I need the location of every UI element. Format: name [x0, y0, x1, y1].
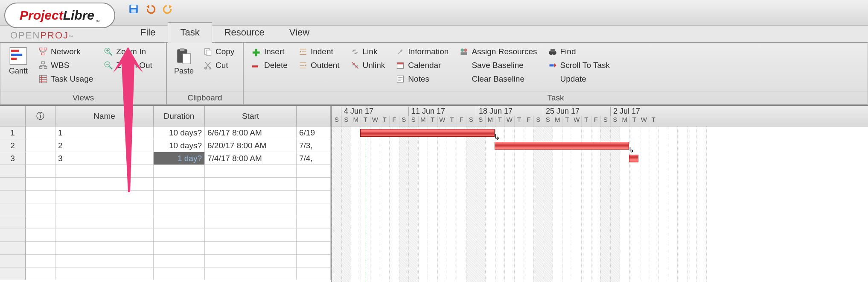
network-button[interactable]: Network	[37, 46, 95, 57]
menu-view[interactable]: View	[277, 22, 322, 43]
cell[interactable]	[26, 242, 55, 254]
cell[interactable]	[0, 242, 26, 254]
cell[interactable]	[55, 178, 154, 190]
cell[interactable]	[297, 242, 331, 254]
undo-icon[interactable]	[145, 3, 156, 15]
table-row[interactable]	[0, 191, 331, 203]
cell[interactable]	[55, 165, 154, 177]
col-start[interactable]: Start	[205, 106, 297, 126]
cell[interactable]	[205, 178, 297, 190]
link-button[interactable]: Link	[349, 46, 387, 57]
cell[interactable]	[297, 165, 331, 177]
cell[interactable]	[154, 229, 205, 241]
cell[interactable]	[26, 165, 55, 177]
table-row[interactable]	[0, 255, 331, 267]
cell[interactable]	[0, 203, 26, 216]
cell[interactable]	[26, 267, 55, 280]
menu-file[interactable]: File	[128, 22, 168, 43]
cell[interactable]	[154, 203, 205, 216]
cell[interactable]	[297, 255, 331, 267]
cell[interactable]	[297, 229, 331, 241]
zoom-in-button[interactable]: Zoom In	[102, 46, 154, 57]
cell[interactable]: 6/20/17 8:00 AM	[205, 139, 297, 152]
cell[interactable]	[205, 165, 297, 177]
cell[interactable]	[26, 191, 55, 203]
wbs-button[interactable]: WBS	[37, 60, 95, 71]
cell[interactable]	[154, 216, 205, 229]
cell[interactable]	[26, 203, 55, 216]
cell[interactable]: 10 days?	[154, 126, 205, 139]
table-row[interactable]	[0, 203, 331, 216]
cell[interactable]: 10 days?	[154, 139, 205, 152]
table-row[interactable]: 331 day?7/4/17 8:00 AM7/4,	[0, 152, 331, 165]
col-finish[interactable]	[297, 106, 331, 126]
calendar-button[interactable]: Calendar	[394, 60, 450, 71]
cell[interactable]	[205, 242, 297, 254]
zoom-out-button[interactable]: Zoom Out	[102, 60, 154, 71]
cell[interactable]	[26, 126, 55, 139]
notes-button[interactable]: Notes	[394, 73, 450, 85]
cell[interactable]	[297, 191, 331, 203]
col-indicator[interactable]: ⓘ	[26, 106, 55, 126]
cell[interactable]	[26, 139, 55, 152]
cell[interactable]	[205, 216, 297, 229]
table-row[interactable]	[0, 229, 331, 242]
cell[interactable]	[55, 216, 154, 229]
cell[interactable]	[0, 229, 26, 241]
cell[interactable]	[26, 178, 55, 190]
table-row[interactable]	[0, 178, 331, 191]
insert-button[interactable]: ✚Insert	[250, 46, 289, 57]
cell[interactable]: 6/6/17 8:00 AM	[205, 126, 297, 139]
menu-resource[interactable]: Resource	[212, 22, 277, 43]
cell[interactable]: 2	[55, 139, 154, 152]
cell[interactable]: 3	[0, 152, 26, 164]
cell[interactable]: 7/4,	[297, 152, 331, 164]
cell[interactable]	[154, 191, 205, 203]
cell[interactable]	[205, 267, 297, 280]
table-row[interactable]: 2210 days?6/20/17 8:00 AM7/3,	[0, 139, 331, 152]
save-icon[interactable]	[128, 3, 139, 15]
cell[interactable]	[55, 229, 154, 241]
task-usage-button[interactable]: Task Usage	[37, 73, 95, 85]
task-grid[interactable]: ⓘ Name Duration Start 1110 days?6/6/17 8…	[0, 105, 331, 282]
col-index[interactable]	[0, 106, 26, 126]
cell[interactable]	[0, 255, 26, 267]
clear-baseline-button[interactable]: Clear Baseline	[458, 73, 539, 85]
information-button[interactable]: Information	[394, 46, 450, 57]
cell[interactable]: 1	[0, 126, 26, 139]
cell[interactable]	[205, 191, 297, 203]
indent-button[interactable]: Indent	[297, 46, 341, 57]
table-row[interactable]	[0, 216, 331, 229]
cell[interactable]	[154, 242, 205, 254]
cell[interactable]	[297, 267, 331, 280]
outdent-button[interactable]: Outdent	[297, 60, 341, 71]
redo-icon[interactable]	[162, 3, 173, 15]
cell[interactable]	[297, 203, 331, 216]
cell[interactable]	[55, 191, 154, 203]
cell[interactable]	[0, 191, 26, 203]
gantt-button[interactable]: Gantt	[5, 45, 32, 88]
cell[interactable]	[205, 229, 297, 241]
update-button[interactable]: Update	[547, 73, 612, 85]
cell[interactable]	[297, 178, 331, 190]
cell[interactable]	[26, 255, 55, 267]
cell[interactable]	[26, 216, 55, 229]
cell[interactable]: 3	[55, 152, 154, 164]
cell[interactable]	[55, 255, 154, 267]
cell[interactable]	[26, 152, 55, 164]
cell[interactable]	[154, 267, 205, 280]
cell[interactable]	[205, 255, 297, 267]
copy-button[interactable]: Copy	[202, 46, 236, 57]
cell[interactable]	[55, 267, 154, 280]
cell[interactable]	[154, 255, 205, 267]
cell[interactable]	[26, 229, 55, 241]
cell[interactable]: 7/3,	[297, 139, 331, 152]
save-baseline-button[interactable]: Save Baseline	[458, 60, 539, 71]
cell[interactable]: 2	[0, 139, 26, 152]
cell[interactable]	[154, 178, 205, 190]
cell[interactable]: 6/19	[297, 126, 331, 139]
cell[interactable]: 1	[55, 126, 154, 139]
cell[interactable]	[0, 267, 26, 280]
menu-task[interactable]: Task	[168, 22, 212, 43]
gantt-chart[interactable]: SSMTWTFSSMTWTFSSMTWTFSSMTWTFSSMTWT 4 Jun…	[331, 105, 868, 282]
